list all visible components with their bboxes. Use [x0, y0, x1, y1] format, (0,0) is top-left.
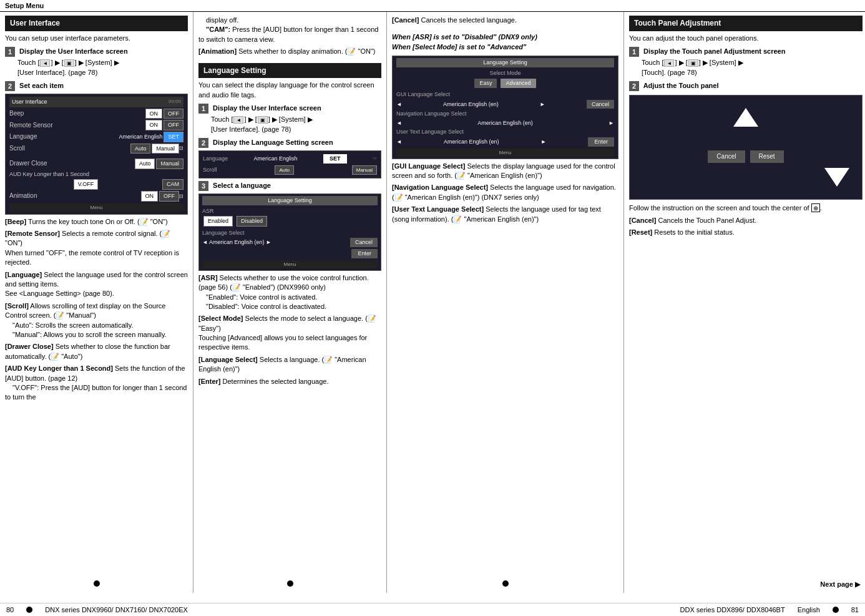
- anim-on-btn[interactable]: ON: [141, 191, 159, 202]
- col-touch-panel: Touch Panel Adjustment You can adjust th…: [624, 12, 865, 593]
- language-setting-advanced-screen: Language Setting Select Mode Easy Advanc…: [392, 56, 618, 159]
- scroll-desc: [Scroll] Allows scrolling of text displa…: [5, 301, 188, 340]
- arrow-up-icon: [733, 108, 758, 127]
- remote-on-btn[interactable]: ON: [145, 120, 163, 130]
- lang-step2-number: 2: [198, 138, 208, 148]
- series-left: DNX series DNX9960/ DNX7160/ DNX7020EX: [45, 606, 188, 614]
- footer-dot-left: [26, 607, 32, 613]
- lang-step3-title: 3 Select a language: [198, 181, 381, 191]
- footer-dot-right: [833, 607, 839, 613]
- language-setting-screen-simple: Language American English SET ☞ Scroll A…: [198, 150, 381, 178]
- drawer-desc: [Drawer Close] Sets whether to close the…: [5, 342, 188, 361]
- lang-step1-number: 1: [198, 104, 208, 114]
- lang-set-btn[interactable]: SET: [164, 132, 183, 142]
- select-mode-desc: [Select Mode] Selects the mode to select…: [198, 314, 381, 353]
- easy-mode-btn[interactable]: Easy: [474, 79, 497, 88]
- page-footer: 80 DNX series DNX9960/ DNX7160/ DNX7020E…: [0, 603, 865, 616]
- lang-select-desc: [Language Select] Selects a language. (📝…: [198, 355, 381, 374]
- nav-lang-desc: [Navigation Language Select] Selects the…: [392, 183, 618, 202]
- when-asr-title: When [ASR] is set to "Disabled" (DNX9 on…: [392, 32, 618, 52]
- drawer-auto-btn[interactable]: Auto: [135, 159, 155, 169]
- page-number-left: 80: [6, 606, 14, 614]
- col-language-setting: display off. "CAM": Press the [AUD] butt…: [193, 12, 387, 593]
- tp-cancel-desc: [Cancel] Cancels the Touch Panel Adjust.: [629, 216, 863, 225]
- touch-panel-header: Touch Panel Adjustment: [629, 16, 863, 31]
- step2-number: 2: [5, 81, 15, 91]
- scroll-auto-simple[interactable]: Auto: [275, 165, 293, 175]
- lang-step2-title: 2 Display the Language Setting screen: [198, 138, 381, 148]
- language-desc: [Language] Select the language used for …: [5, 270, 188, 299]
- touch-step2-number: 2: [629, 81, 639, 91]
- asr-screen: Language Setting ASR Enabled Disabled La…: [198, 193, 381, 271]
- next-page-text: Next page ▶: [820, 580, 860, 588]
- cancel-btn-asr[interactable]: Cancel: [350, 238, 378, 247]
- user-text-lang-desc: [User Text Language Select] Selects the …: [392, 205, 618, 224]
- next-page-indicator: Next page ▶: [815, 578, 865, 591]
- display-off-text: display off. "CAM": Press the [AUD] butt…: [198, 16, 381, 44]
- enter-desc: [Enter] Determines the selected language…: [198, 377, 381, 386]
- beep-off-btn[interactable]: OFF: [164, 109, 183, 119]
- aud-desc: [AUD Key Longer than 1 Second] Sets the …: [5, 364, 188, 403]
- ui-step2-title: 2 Set each item: [5, 81, 188, 91]
- beep-desc: [Beep] Turns the key touch tone On or Of…: [5, 217, 188, 227]
- lang-right: English: [798, 606, 820, 614]
- arrow-down-icon: [824, 168, 849, 187]
- user-interface-screen: User Interface 00:00 Beep ON OFF Remote …: [5, 94, 188, 215]
- asr-desc: [ASR] Selects whether to use the voice c…: [198, 273, 381, 312]
- page-number-right: 81: [851, 606, 859, 614]
- user-interface-header: User Interface: [5, 16, 188, 31]
- lang-step1-content: Touch [◄] ▶ [▣] ▶ [System] ▶ [User Inter…: [198, 115, 381, 134]
- disabled-btn[interactable]: Disabled: [237, 216, 267, 227]
- beep-on-btn[interactable]: ON: [145, 109, 163, 119]
- gui-lang-desc: [GUI Language Select] Selects the displa…: [392, 162, 618, 181]
- lang-step1-title: 1 Display the User Interface screen: [198, 104, 381, 114]
- page-header: Setup Menu: [0, 0, 865, 12]
- set-btn[interactable]: SET: [323, 154, 347, 164]
- remote-off-btn[interactable]: OFF: [164, 120, 183, 130]
- touch-panel-desc: You can adjust the touch panel operation…: [629, 34, 863, 43]
- language-setting-header: Language Setting: [198, 63, 381, 79]
- scroll-manual-simple[interactable]: Manual: [352, 165, 377, 175]
- tp-cancel-btn[interactable]: Cancel: [708, 150, 745, 163]
- touch-step1-number: 1: [629, 47, 639, 57]
- cancel-adv-btn[interactable]: Cancel: [587, 100, 614, 109]
- cancel-lang-desc: [Cancel] Cancels the selected language.: [392, 16, 618, 25]
- ui-step1-content: Touch [◄] ▶ [▣] ▶ [System] ▶ [User Inter…: [5, 58, 188, 77]
- series-right: DDX series DDX896/ DDX8046BT: [680, 606, 785, 614]
- scroll-auto-btn[interactable]: Auto: [130, 144, 151, 154]
- enter-adv-btn[interactable]: Enter: [588, 137, 614, 147]
- touch-step2-title: 2 Adjust the Touch panel: [629, 81, 863, 91]
- enabled-btn[interactable]: Enabled: [203, 216, 233, 227]
- animation-desc: [Animation] Sets whether to display anim…: [198, 47, 381, 56]
- touch-panel-screen: Cancel Reset: [629, 95, 863, 200]
- user-interface-desc: You can setup user interface parameters.: [5, 34, 188, 43]
- ui-step1-title: 1 Display the User Interface screen: [5, 47, 188, 57]
- col-user-interface: User Interface You can setup user interf…: [0, 12, 193, 593]
- advanced-mode-btn[interactable]: Advanced: [501, 79, 535, 88]
- touch-step1-title: 1 Display the Touch panel Adjustment scr…: [629, 47, 863, 57]
- scroll-manual-btn[interactable]: Manual: [152, 144, 179, 154]
- aud-voff-btn[interactable]: V.OFF: [74, 179, 99, 190]
- language-setting-desc: You can select the display language for …: [198, 81, 381, 100]
- aud-cam-btn[interactable]: CAM: [162, 179, 183, 190]
- anim-off-btn[interactable]: OFF: [159, 191, 179, 202]
- drawer-manual-btn[interactable]: Manual: [156, 159, 183, 169]
- lang-step3-number: 3: [198, 181, 208, 191]
- enter-btn-asr[interactable]: Enter: [351, 249, 378, 258]
- step1-number: 1: [5, 47, 15, 57]
- remote-desc: [Remote Sensor] Selects a remote control…: [5, 229, 188, 268]
- touch-step1-content: Touch [◄] ▶ [▣] ▶ [System] ▶ [Touch]. (p…: [629, 58, 863, 77]
- header-title: Setup Menu: [5, 2, 44, 9]
- tp-reset-btn[interactable]: Reset: [750, 150, 784, 163]
- follow-text: Follow the instruction on the screen and…: [629, 203, 863, 213]
- tp-reset-desc: [Reset] Resets to the initial status.: [629, 228, 863, 237]
- col-language-continued: [Cancel] Cancels the selected language. …: [387, 12, 624, 593]
